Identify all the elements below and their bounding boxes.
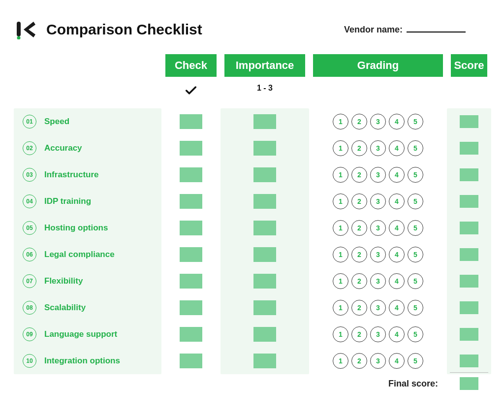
- importance-box[interactable]: [253, 327, 276, 342]
- rating-option[interactable]: 4: [389, 247, 405, 262]
- rating-option[interactable]: 1: [333, 220, 348, 236]
- score-cell[interactable]: [451, 348, 487, 374]
- rating-option[interactable]: 1: [333, 247, 348, 262]
- rating-option[interactable]: 2: [351, 353, 367, 369]
- rating-option[interactable]: 5: [408, 300, 423, 316]
- rating-option[interactable]: 5: [408, 273, 423, 289]
- importance-cell[interactable]: [224, 215, 305, 241]
- check-cell[interactable]: [165, 294, 217, 321]
- vendor-field[interactable]: Vendor name:: [344, 25, 466, 35]
- check-box[interactable]: [180, 274, 202, 289]
- score-cell[interactable]: [451, 268, 487, 294]
- rating-option[interactable]: 2: [351, 140, 367, 156]
- importance-box[interactable]: [253, 141, 276, 156]
- rating-option[interactable]: 3: [370, 247, 386, 262]
- rating-option[interactable]: 3: [370, 140, 386, 156]
- rating-option[interactable]: 4: [389, 353, 405, 369]
- rating-option[interactable]: 2: [351, 167, 367, 183]
- rating-option[interactable]: 1: [333, 140, 348, 156]
- score-box[interactable]: [460, 275, 478, 288]
- score-cell[interactable]: [451, 162, 487, 188]
- importance-box[interactable]: [253, 167, 276, 182]
- rating-option[interactable]: 5: [408, 140, 423, 156]
- score-box[interactable]: [460, 248, 478, 261]
- rating-option[interactable]: 3: [370, 114, 386, 129]
- rating-option[interactable]: 4: [389, 220, 405, 236]
- check-box[interactable]: [180, 221, 202, 235]
- rating-option[interactable]: 3: [370, 326, 386, 342]
- check-cell[interactable]: [165, 268, 217, 294]
- importance-box[interactable]: [253, 221, 276, 235]
- score-box[interactable]: [460, 328, 478, 341]
- rating-option[interactable]: 2: [351, 194, 367, 209]
- check-box[interactable]: [180, 167, 202, 182]
- check-box[interactable]: [180, 354, 202, 368]
- final-score-box[interactable]: [460, 377, 478, 390]
- rating-option[interactable]: 1: [333, 273, 348, 289]
- check-cell[interactable]: [165, 188, 217, 215]
- rating-option[interactable]: 5: [408, 353, 423, 369]
- rating-option[interactable]: 3: [370, 194, 386, 209]
- importance-box[interactable]: [253, 114, 276, 129]
- score-box[interactable]: [460, 355, 478, 367]
- rating-option[interactable]: 2: [351, 220, 367, 236]
- score-cell[interactable]: [451, 135, 487, 162]
- rating-option[interactable]: 4: [389, 194, 405, 209]
- importance-box[interactable]: [253, 194, 276, 209]
- rating-option[interactable]: 1: [333, 326, 348, 342]
- check-cell[interactable]: [165, 215, 217, 241]
- rating-option[interactable]: 1: [333, 114, 348, 129]
- rating-option[interactable]: 4: [389, 114, 405, 129]
- rating-option[interactable]: 3: [370, 353, 386, 369]
- importance-cell[interactable]: [224, 188, 305, 215]
- rating-option[interactable]: 2: [351, 273, 367, 289]
- check-cell[interactable]: [165, 321, 217, 348]
- rating-option[interactable]: 2: [351, 300, 367, 316]
- rating-option[interactable]: 3: [370, 220, 386, 236]
- check-box[interactable]: [180, 247, 202, 262]
- check-cell[interactable]: [165, 135, 217, 162]
- importance-cell[interactable]: [224, 348, 305, 374]
- rating-option[interactable]: 5: [408, 167, 423, 183]
- rating-option[interactable]: 5: [408, 114, 423, 129]
- check-cell[interactable]: [165, 348, 217, 374]
- check-box[interactable]: [180, 194, 202, 209]
- score-cell[interactable]: [451, 108, 487, 135]
- score-box[interactable]: [460, 195, 478, 208]
- rating-option[interactable]: 4: [389, 273, 405, 289]
- rating-option[interactable]: 1: [333, 194, 348, 209]
- score-cell[interactable]: [451, 241, 487, 268]
- rating-option[interactable]: 2: [351, 247, 367, 262]
- score-cell[interactable]: [451, 294, 487, 321]
- rating-option[interactable]: 5: [408, 220, 423, 236]
- final-score-cell[interactable]: [447, 377, 491, 390]
- rating-option[interactable]: 1: [333, 167, 348, 183]
- importance-cell[interactable]: [224, 162, 305, 188]
- rating-option[interactable]: 4: [389, 300, 405, 316]
- rating-option[interactable]: 3: [370, 300, 386, 316]
- score-cell[interactable]: [451, 188, 487, 215]
- importance-cell[interactable]: [224, 294, 305, 321]
- rating-option[interactable]: 1: [333, 300, 348, 316]
- importance-box[interactable]: [253, 300, 276, 315]
- check-cell[interactable]: [165, 108, 217, 135]
- rating-option[interactable]: 2: [351, 114, 367, 129]
- rating-option[interactable]: 5: [408, 247, 423, 262]
- importance-cell[interactable]: [224, 268, 305, 294]
- score-box[interactable]: [460, 168, 478, 181]
- score-box[interactable]: [460, 115, 478, 128]
- check-box[interactable]: [180, 141, 202, 156]
- score-cell[interactable]: [451, 321, 487, 348]
- rating-option[interactable]: 3: [370, 167, 386, 183]
- importance-box[interactable]: [253, 274, 276, 289]
- rating-option[interactable]: 5: [408, 194, 423, 209]
- importance-cell[interactable]: [224, 135, 305, 162]
- rating-option[interactable]: 2: [351, 326, 367, 342]
- rating-option[interactable]: 4: [389, 326, 405, 342]
- score-box[interactable]: [460, 222, 478, 234]
- rating-option[interactable]: 5: [408, 326, 423, 342]
- check-cell[interactable]: [165, 162, 217, 188]
- rating-option[interactable]: 3: [370, 273, 386, 289]
- rating-option[interactable]: 4: [389, 140, 405, 156]
- check-box[interactable]: [180, 300, 202, 315]
